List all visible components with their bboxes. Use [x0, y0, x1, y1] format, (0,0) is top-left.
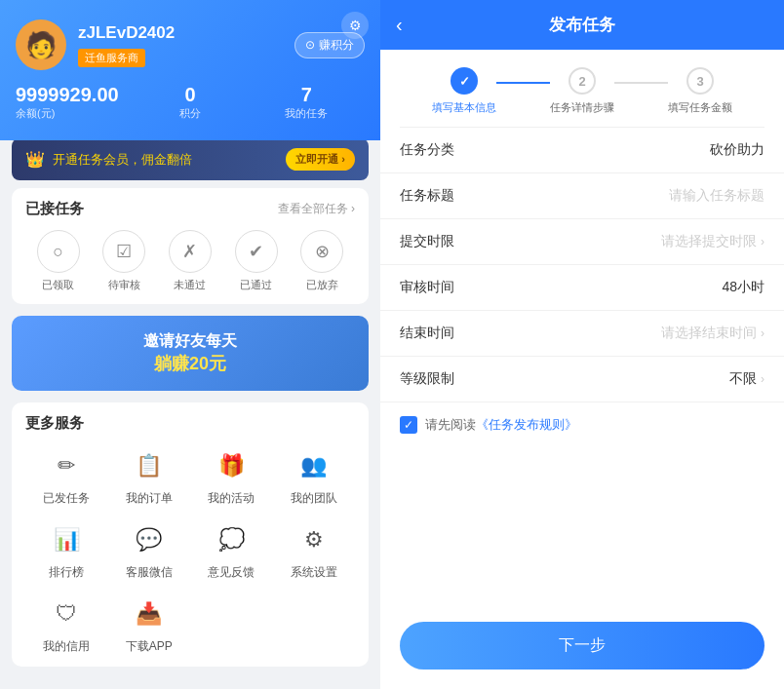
tasks-section-title: 已接任务	[25, 200, 84, 218]
review-time-value: 48小时	[722, 279, 764, 296]
task-failed[interactable]: ✗ 未通过	[169, 230, 212, 292]
title-label: 任务标题	[400, 187, 454, 205]
step-2: 2 任务详情步骤	[550, 67, 614, 115]
title-value: 请输入任务标题	[669, 187, 764, 205]
category-value: 砍价助力	[710, 141, 764, 159]
step-1-label: 填写基本信息	[432, 100, 496, 115]
next-step-button[interactable]: 下一步	[400, 622, 764, 670]
step-1-circle: ✓	[451, 67, 478, 95]
rules-text: 请先阅读《任务发布规则》	[425, 416, 577, 434]
service-my-activities[interactable]: 🎁 我的活动	[190, 446, 273, 507]
step-3-label: 填写任务金额	[668, 100, 732, 115]
services-grid: ✏ 已发任务 📋 我的订单 🎁 我的活动 👥 我的团队 📊 排行榜 💬 客	[25, 446, 355, 655]
invite-text-sub: 躺赚20元	[31, 352, 349, 375]
more-services-section: 更多服务 ✏ 已发任务 📋 我的订单 🎁 我的活动 👥 我的团队 📊 排行榜	[12, 402, 369, 667]
task-received[interactable]: ○ 已领取	[37, 230, 80, 292]
step-3: 3 填写任务金额	[668, 67, 732, 115]
crown-icon: 👑	[25, 150, 45, 169]
end-time-chevron: ›	[761, 326, 764, 340]
step-line-1	[496, 82, 550, 84]
level-limit-label: 等级限制	[400, 370, 454, 388]
page-title: 发布任务	[549, 14, 615, 36]
task-passed[interactable]: ✔ 已通过	[235, 230, 278, 292]
left-panel: ⚙ 🧑 zJLEvD2402 迁鱼服务商 ⊙ 赚积分 9999929.00 余额…	[0, 0, 380, 689]
service-feedback[interactable]: 💭 意见反馈	[190, 520, 273, 581]
section-header: 已接任务 查看全部任务 ›	[25, 200, 355, 218]
form-row-deadline[interactable]: 提交时限 请选择提交时限 ›	[380, 219, 784, 265]
profile-top: 🧑 zJLEvD2402 迁鱼服务商 ⊙ 赚积分	[16, 19, 365, 70]
steps-container: ✓ 填写基本信息 2 任务详情步骤 3 填写任务金额	[380, 50, 784, 127]
step-line-2	[614, 82, 668, 84]
profile-stats: 9999929.00 余额(元) 0 积分 7 我的任务	[16, 84, 365, 121]
level-limit-chevron: ›	[761, 372, 764, 386]
service-my-orders[interactable]: 📋 我的订单	[108, 446, 191, 507]
service-rankings[interactable]: 📊 排行榜	[25, 520, 108, 581]
service-published-tasks[interactable]: ✏ 已发任务	[25, 446, 108, 507]
task-abandoned[interactable]: ⊗ 已放弃	[300, 230, 343, 292]
level-limit-value: 不限 ›	[729, 370, 764, 388]
right-panel: ‹ 发布任务 ✓ 填写基本信息 2 任务详情步骤 3 填写任务金额 任务分类 砍…	[380, 0, 784, 689]
task-pending-review[interactable]: ☑ 待审核	[102, 230, 145, 292]
profile-info: zJLEvD2402 迁鱼服务商	[78, 23, 294, 67]
rules-checkbox[interactable]: ✓	[400, 416, 417, 434]
rules-link[interactable]: 《任务发布规则》	[476, 417, 577, 432]
service-download-app[interactable]: 📥 下载APP	[108, 594, 191, 655]
deadline-label: 提交时限	[400, 233, 454, 250]
settings-icon[interactable]: ⚙	[341, 12, 369, 39]
stat-balance: 9999929.00 余额(元)	[16, 84, 132, 121]
profile-header: ⚙ 🧑 zJLEvD2402 迁鱼服务商 ⊙ 赚积分 9999929.00 余额…	[0, 0, 380, 140]
rules-checkbox-row[interactable]: ✓ 请先阅读《任务发布规则》	[380, 402, 784, 447]
form-row-level-limit[interactable]: 等级限制 不限 ›	[380, 357, 784, 402]
vip-banner[interactable]: 👑 开通任务会员，佣金翻倍 立即开通 ›	[12, 138, 369, 180]
stat-points: 0 积分	[132, 84, 248, 121]
stat-tasks: 7 我的任务	[249, 84, 365, 121]
username: zJLEvD2402	[78, 23, 294, 43]
end-time-value: 请选择结束时间 ›	[661, 325, 764, 342]
vip-open-button[interactable]: 立即开通 ›	[286, 148, 355, 171]
form-container: 任务分类 砍价助力 任务标题 请输入任务标题 提交时限 请选择提交时限 › 审核…	[380, 128, 784, 606]
review-time-label: 审核时间	[400, 279, 454, 296]
form-row-title[interactable]: 任务标题 请输入任务标题	[380, 173, 784, 219]
service-my-team[interactable]: 👥 我的团队	[273, 446, 356, 507]
step-1: ✓ 填写基本信息	[432, 67, 496, 115]
service-badge: 迁鱼服务商	[78, 49, 145, 67]
more-services-title: 更多服务	[25, 414, 355, 433]
form-row-end-time[interactable]: 结束时间 请选择结束时间 ›	[380, 311, 784, 357]
view-all-tasks[interactable]: 查看全部任务 ›	[278, 201, 355, 217]
step-2-circle: 2	[568, 67, 596, 95]
invite-banner[interactable]: 邀请好友每天 躺赚20元	[12, 316, 369, 391]
form-row-category[interactable]: 任务分类 砍价助力	[380, 128, 784, 173]
form-row-review-time: 审核时间 48小时	[380, 265, 784, 311]
step-3-circle: 3	[686, 67, 714, 95]
end-time-label: 结束时间	[400, 325, 454, 342]
service-customer-wechat[interactable]: 💬 客服微信	[108, 520, 191, 581]
bottom-area: 下一步	[380, 606, 784, 689]
avatar: 🧑	[16, 19, 66, 70]
vip-text: 开通任务会员，佣金翻倍	[53, 151, 192, 169]
deadline-value: 请选择提交时限 ›	[661, 233, 764, 250]
accepted-tasks-section: 已接任务 查看全部任务 › ○ 已领取 ☑ 待审核 ✗ 未通过 ✔ 已通过 ⊗ …	[12, 188, 369, 304]
back-button[interactable]: ‹	[396, 14, 403, 36]
invite-text-main: 邀请好友每天	[31, 331, 349, 352]
service-credit[interactable]: 🛡 我的信用	[25, 594, 108, 655]
service-settings[interactable]: ⚙ 系统设置	[273, 520, 356, 581]
deadline-chevron: ›	[761, 235, 764, 249]
category-label: 任务分类	[400, 141, 454, 159]
task-icons-row: ○ 已领取 ☑ 待审核 ✗ 未通过 ✔ 已通过 ⊗ 已放弃	[25, 230, 355, 292]
right-header: ‹ 发布任务	[380, 0, 784, 50]
step-2-label: 任务详情步骤	[550, 100, 614, 115]
